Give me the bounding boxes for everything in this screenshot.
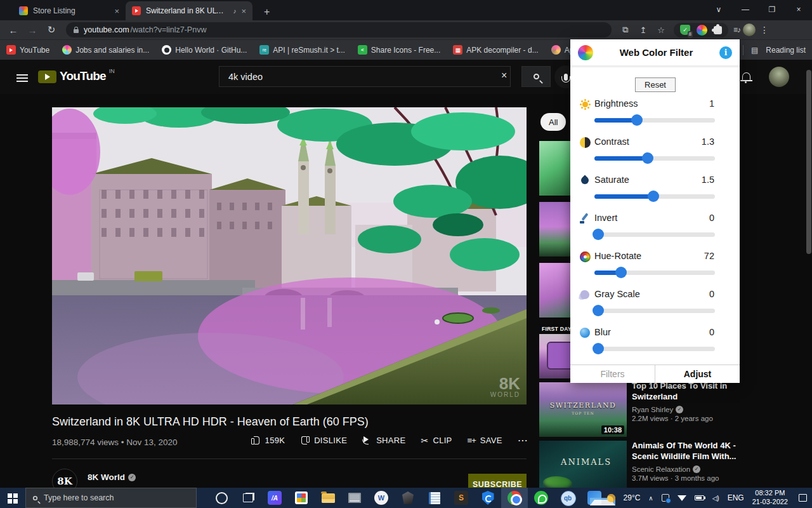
tray-expand-icon[interactable]: ∧ — [648, 495, 653, 502]
forward-icon[interactable]: → — [24, 25, 41, 36]
taskbar-search[interactable]: Type here to search — [25, 488, 197, 508]
search-clear-icon[interactable]: × — [501, 70, 507, 81]
share-page-icon[interactable]: ↥ — [636, 25, 651, 35]
window-menu-icon[interactable]: ∨ — [705, 5, 732, 14]
address-bar[interactable]: youtube.com /watch?v=linlz7-Pnvw — [66, 22, 612, 37]
video-player[interactable]: 8K WORLD — [52, 107, 527, 404]
whatsapp-icon[interactable] — [528, 488, 554, 508]
obsidian-icon[interactable] — [395, 488, 421, 508]
search-button[interactable] — [521, 66, 551, 87]
back-icon[interactable]: ← — [5, 25, 22, 36]
bookmark-item[interactable]: re API | reSmush.it > t... — [259, 45, 345, 55]
close-icon[interactable]: × — [785, 5, 812, 14]
sidebar-video-info[interactable]: Animals Of The World 4K - Scenic Wildlif… — [632, 441, 741, 482]
blur-slider[interactable] — [594, 347, 715, 351]
tab-close-icon[interactable]: × — [241, 6, 246, 16]
speaker-icon[interactable]: ◁) — [712, 495, 719, 502]
vpn-shield-extension-icon[interactable]: ✓8 — [680, 25, 690, 35]
brightness-slider-thumb[interactable] — [631, 114, 643, 126]
ms-store-icon[interactable] — [288, 488, 315, 508]
chip-all[interactable]: All — [540, 113, 566, 131]
dislike-button[interactable]: DISLIKE — [300, 436, 347, 445]
tab-switzerland-video[interactable]: Switzerland in 8K ULTRA HD ♪ × — [126, 1, 252, 20]
brightness-slider[interactable] — [594, 118, 715, 123]
bookmark-item[interactable]: Hello World · GitHu... — [162, 45, 247, 55]
maximize-icon[interactable]: ❐ — [759, 5, 785, 14]
hue-rotate-slider-thumb[interactable] — [615, 267, 627, 278]
contrast-slider-thumb[interactable] — [642, 152, 653, 164]
tab-filters[interactable]: Filters — [570, 365, 655, 383]
extensions-puzzle-icon[interactable] — [714, 26, 722, 34]
wifi-icon[interactable] — [678, 495, 686, 501]
browser-menu-icon[interactable]: ⋮ — [758, 25, 771, 35]
more-actions-button[interactable]: ⋯ — [518, 434, 528, 446]
clip-button[interactable]: ✂CLIP — [421, 436, 452, 446]
word-circle-icon[interactable]: W — [368, 488, 395, 508]
subscribe-button[interactable]: SUBSCRIBE — [468, 474, 527, 488]
web-color-filter-extension-icon[interactable] — [697, 25, 707, 36]
weather-moon-icon[interactable] — [607, 494, 615, 502]
weather-temp[interactable]: 29°C — [624, 493, 641, 502]
brightness-icon — [582, 102, 588, 107]
channel-name[interactable]: 8K World ✓ — [88, 472, 136, 482]
contrast-slider[interactable] — [594, 156, 715, 161]
saturate-slider[interactable] — [594, 194, 715, 199]
notifications-bell-icon[interactable] — [742, 72, 750, 80]
search-input[interactable]: 4k video — [219, 66, 511, 87]
tray-app-icon[interactable] — [662, 494, 669, 502]
sublime-text-icon[interactable]: S — [448, 488, 475, 508]
movavi-icon[interactable]: /A — [261, 488, 288, 508]
minimize-icon[interactable]: — — [732, 5, 759, 14]
reading-list-button[interactable]: Reading list — [766, 46, 806, 55]
tab-close-icon[interactable]: × — [114, 6, 119, 16]
reset-button[interactable]: Reset — [635, 77, 676, 92]
youtube-account-avatar[interactable] — [769, 67, 789, 87]
youtube-logo[interactable]: YouTube IN — [38, 69, 115, 83]
browser-profile-avatar[interactable] — [743, 23, 756, 36]
file-explorer-icon[interactable] — [315, 488, 341, 508]
qbittorrent-icon[interactable]: qb — [554, 488, 581, 508]
new-tab-button[interactable]: + — [260, 6, 273, 20]
language-indicator[interactable]: ENG — [728, 493, 744, 502]
bookmark-item[interactable]: YouTube — [6, 45, 49, 55]
invert-slider[interactable] — [594, 232, 715, 237]
tab-adjust[interactable]: Adjust — [655, 365, 740, 383]
battery-icon[interactable] — [695, 495, 704, 500]
tab-store-listing[interactable]: Store Listing × — [13, 1, 126, 20]
system-app-icon[interactable] — [341, 488, 368, 508]
channel-avatar[interactable]: 8K — [52, 469, 77, 488]
clock[interactable]: 08:32 PM 21-03-2022 — [752, 489, 788, 507]
chrome-icon[interactable] — [501, 488, 528, 508]
hotspot-shield-icon[interactable] — [475, 488, 501, 508]
gray-scale-slider[interactable] — [594, 309, 715, 313]
bookmark-item[interactable]: ▦ APK decompiler - d... — [453, 45, 538, 55]
bookmark-item[interactable]: Jobs and salaries in... — [62, 45, 149, 55]
reload-icon[interactable]: ↻ — [43, 24, 60, 36]
like-button[interactable]: 159K — [251, 436, 285, 445]
save-button[interactable]: ≡+SAVE — [468, 436, 502, 445]
gray-scale-slider-thumb[interactable] — [593, 305, 604, 316]
blur-slider-thumb[interactable] — [593, 343, 604, 354]
info-icon[interactable]: i — [719, 46, 732, 59]
action-center-icon[interactable] — [799, 494, 807, 502]
share-button[interactable]: SHARE — [362, 436, 405, 445]
bookmarks-right: » ▤ Reading list — [731, 45, 806, 55]
hue-rotate-slider[interactable] — [594, 271, 715, 275]
open-in-window-icon[interactable]: ⧉ — [618, 25, 633, 35]
hamburger-menu-icon[interactable] — [16, 72, 28, 84]
bookmark-item[interactable]: < Share Icons - Free... — [358, 45, 440, 55]
start-button[interactable] — [0, 488, 25, 508]
media-playlist-icon[interactable]: ≡♪ — [733, 25, 740, 34]
notepad-icon[interactable] — [421, 488, 448, 508]
task-view-icon[interactable] — [235, 488, 261, 508]
page-scrollbar[interactable] — [806, 70, 811, 254]
cortana-icon[interactable] — [208, 488, 235, 508]
video-thumbnail[interactable]: SWITZERLAND TOP TEN 10:38 — [539, 382, 627, 437]
sidebar-video-info[interactable]: Top 10 Places To Visit in Switzerland Ry… — [632, 381, 741, 422]
saturate-slider-thumb[interactable] — [648, 190, 659, 202]
bookmark-star-icon[interactable]: ☆ — [653, 25, 669, 35]
photos-icon[interactable] — [581, 488, 608, 508]
video-thumbnail[interactable]: ANIMALS — [539, 441, 627, 488]
invert-slider-thumb[interactable] — [593, 229, 604, 240]
video-title: Switzerland in 8K ULTRA HD HDR - Heaven … — [52, 415, 521, 429]
